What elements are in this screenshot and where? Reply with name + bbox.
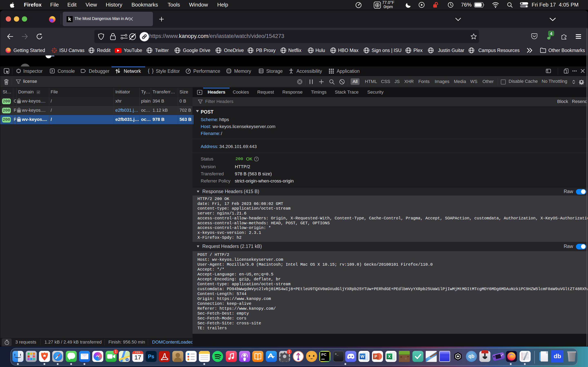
svg-text:?: ? <box>256 157 257 161</box>
